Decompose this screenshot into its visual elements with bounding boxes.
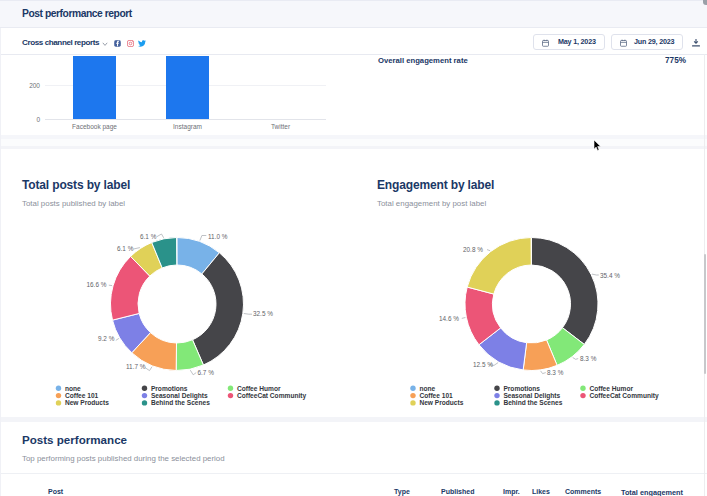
- svg-text:32.5 %: 32.5 %: [253, 310, 273, 317]
- svg-text:New Products: New Products: [419, 399, 463, 406]
- svg-text:6.1 %: 6.1 %: [117, 245, 134, 252]
- svg-text:20.8 %: 20.8 %: [463, 246, 483, 253]
- svg-text:CoffeeCat Community: CoffeeCat Community: [589, 392, 659, 400]
- svg-text:none: none: [65, 385, 81, 392]
- svg-text:6.1 %: 6.1 %: [140, 233, 157, 240]
- svg-text:14.6 %: 14.6 %: [439, 315, 459, 322]
- svg-text:Behind the Scenes: Behind the Scenes: [151, 399, 210, 406]
- svg-text:16.6 %: 16.6 %: [87, 281, 107, 288]
- svg-text:8.3 %: 8.3 %: [547, 369, 564, 376]
- svg-text:8.3 %: 8.3 %: [580, 355, 597, 362]
- svg-text:Behind the Scenes: Behind the Scenes: [503, 399, 562, 406]
- svg-text:Coffee 101: Coffee 101: [65, 392, 99, 399]
- svg-text:none: none: [419, 385, 435, 392]
- svg-text:12.5 %: 12.5 %: [473, 361, 493, 368]
- svg-text:Coffee Humor: Coffee Humor: [589, 385, 633, 392]
- svg-text:Promotions: Promotions: [151, 385, 188, 392]
- svg-text:35.4 %: 35.4 %: [600, 272, 620, 279]
- svg-text:New Products: New Products: [65, 399, 109, 406]
- svg-text:Coffee Humor: Coffee Humor: [237, 385, 281, 392]
- svg-text:9.2 %: 9.2 %: [98, 335, 115, 342]
- svg-text:Promotions: Promotions: [503, 385, 540, 392]
- svg-text:6.7 %: 6.7 %: [198, 369, 215, 376]
- svg-text:CoffeeCat Community: CoffeeCat Community: [237, 392, 307, 400]
- svg-text:Coffee 101: Coffee 101: [419, 392, 453, 399]
- svg-text:11.0 %: 11.0 %: [208, 233, 228, 240]
- svg-text:11.7 %: 11.7 %: [126, 363, 146, 370]
